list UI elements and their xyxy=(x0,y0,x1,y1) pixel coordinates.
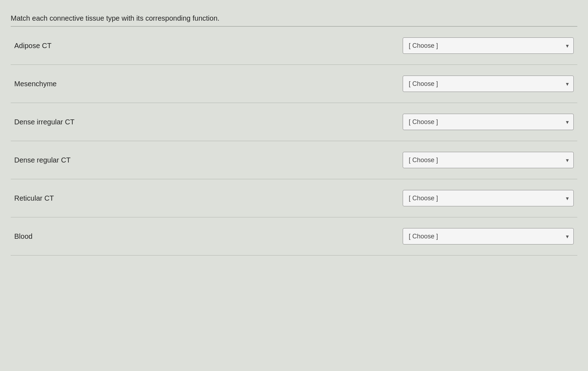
select-mesenchyme[interactable]: [ Choose ]Energy storage and insulationE… xyxy=(403,76,574,92)
match-row-reticular-ct: Reticular CT[ Choose ]Energy storage and… xyxy=(11,179,577,217)
match-row-dense-irregular-ct: Dense irregular CT[ Choose ]Energy stora… xyxy=(11,103,577,141)
select-dense-irregular-ct[interactable]: [ Choose ]Energy storage and insulationE… xyxy=(403,114,574,130)
match-row-mesenchyme: Mesenchyme[ Choose ]Energy storage and i… xyxy=(11,65,577,103)
select-wrapper-adipose-ct: [ Choose ]Energy storage and insulationE… xyxy=(403,37,574,54)
term-label-blood: Blood xyxy=(14,232,403,241)
main-container: Match each connective tissue type with i… xyxy=(0,0,588,371)
select-dense-regular-ct[interactable]: [ Choose ]Energy storage and insulationE… xyxy=(403,152,574,168)
term-label-dense-irregular-ct: Dense irregular CT xyxy=(14,118,403,126)
select-wrapper-blood: [ Choose ]Energy storage and insulationE… xyxy=(403,228,574,244)
term-label-reticular-ct: Reticular CT xyxy=(14,194,403,202)
match-rows-container: Adipose CT[ Choose ]Energy storage and i… xyxy=(11,26,577,256)
match-row-blood: Blood[ Choose ]Energy storage and insula… xyxy=(11,217,577,256)
select-wrapper-reticular-ct: [ Choose ]Energy storage and insulationE… xyxy=(403,190,574,206)
select-wrapper-dense-regular-ct: [ Choose ]Energy storage and insulationE… xyxy=(403,152,574,168)
select-blood[interactable]: [ Choose ]Energy storage and insulationE… xyxy=(403,228,574,244)
term-label-mesenchyme: Mesenchyme xyxy=(14,80,403,88)
term-label-adipose-ct: Adipose CT xyxy=(14,42,403,50)
select-adipose-ct[interactable]: [ Choose ]Energy storage and insulationE… xyxy=(403,37,574,54)
term-label-dense-regular-ct: Dense regular CT xyxy=(14,156,403,164)
match-row-adipose-ct: Adipose CT[ Choose ]Energy storage and i… xyxy=(11,26,577,65)
select-wrapper-mesenchyme: [ Choose ]Energy storage and insulationE… xyxy=(403,76,574,92)
select-reticular-ct[interactable]: [ Choose ]Energy storage and insulationE… xyxy=(403,190,574,206)
select-wrapper-dense-irregular-ct: [ Choose ]Energy storage and insulationE… xyxy=(403,114,574,130)
match-row-dense-regular-ct: Dense regular CT[ Choose ]Energy storage… xyxy=(11,141,577,179)
instruction-text: Match each connective tissue type with i… xyxy=(11,14,577,22)
